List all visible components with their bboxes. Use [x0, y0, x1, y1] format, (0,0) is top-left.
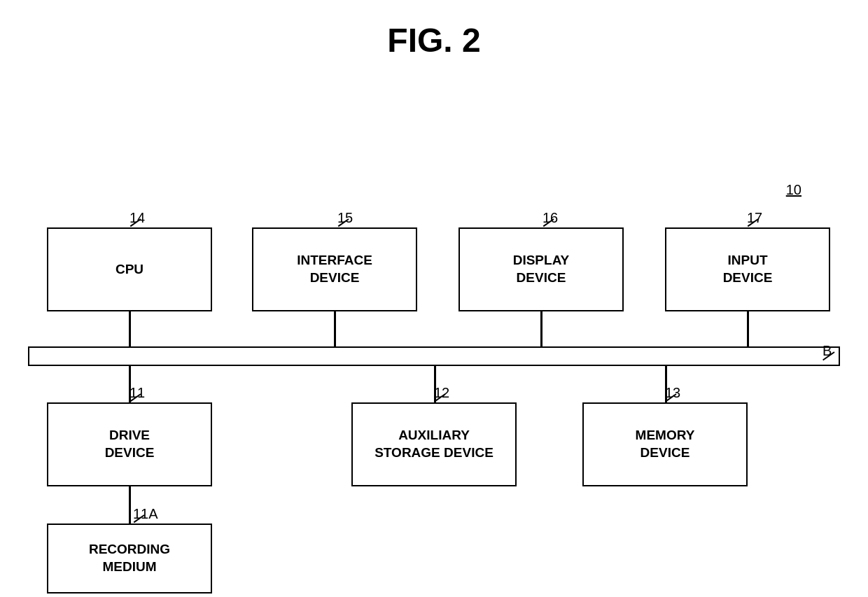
auxiliary-box: AUXILIARY STORAGE DEVICE [351, 402, 517, 486]
bus-bar [28, 346, 840, 366]
input-box: INPUT DEVICE [665, 227, 830, 311]
cpu-box: CPU [47, 227, 212, 311]
cpu-to-bus-line [129, 311, 131, 350]
drive-to-recording-line [129, 486, 131, 525]
interface-to-bus-line [334, 311, 336, 350]
display-to-bus-line [540, 311, 542, 350]
input-to-bus-line [747, 311, 749, 350]
ref-10-label: 10 [786, 182, 802, 198]
memory-box: MEMORY DEVICE [582, 402, 748, 486]
interface-box: INTERFACE DEVICE [252, 227, 417, 311]
diagram-container: 10 CPU 14 INTERFACE DEVICE 15 DISPLAY DE… [0, 73, 868, 597]
display-box: DISPLAY DEVICE [458, 227, 624, 311]
recording-box: RECORDING MEDIUM [47, 524, 212, 594]
drive-box: DRIVE DEVICE [47, 402, 212, 486]
page-title: FIG. 2 [0, 0, 868, 59]
